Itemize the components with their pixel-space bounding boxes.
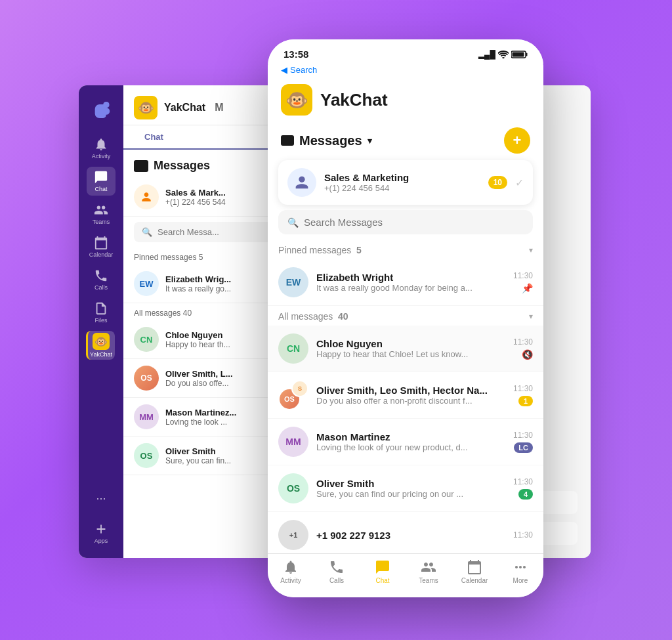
- mobile-nav-more-label: More: [513, 577, 528, 584]
- mobile-messages-bar: Messages ▾ +: [268, 123, 543, 160]
- msg-info-phone: +1 902 227 9123: [316, 530, 505, 541]
- wifi-icon: [498, 51, 509, 58]
- mobile-msg-list: Pinned messages 5 ▾ EW Elizabeth Wright …: [268, 240, 543, 553]
- mobile-nav-calls-label: Calls: [329, 577, 344, 584]
- sidebar-item-activity[interactable]: Activity: [87, 134, 116, 163]
- all-messages-section-header: All messages 40 ▾: [268, 306, 543, 326]
- msg-avatar-phone: +1: [278, 520, 308, 550]
- sidebar-item-yakchat[interactable]: 🐵 YakChat: [86, 331, 115, 360]
- mobile-nav-teams[interactable]: Teams: [406, 559, 452, 584]
- more-nav-icon: [513, 559, 528, 575]
- mobile-search-input[interactable]: [304, 217, 524, 228]
- msg-avatar-os2: OS: [278, 473, 308, 503]
- mobile-yak-logo: 🐵: [281, 84, 312, 116]
- all-messages-label: All messages 40: [278, 311, 348, 322]
- status-icons: ▂▄█: [478, 50, 528, 59]
- msg-item-os-group[interactable]: OS S Oliver Smith, Leo Smith, Hector Na.…: [268, 372, 543, 419]
- mobile-plus-button[interactable]: +: [504, 127, 530, 154]
- mobile-status-bar: 13:58 ▂▄█: [268, 39, 543, 64]
- sidebar-item-calls[interactable]: Calls: [87, 265, 116, 294]
- pinned-section-label: Pinned messages 5: [278, 245, 362, 255]
- sidebar-item-calendar[interactable]: Calendar: [87, 232, 116, 261]
- conv-phone: +(1) 224 456 544: [324, 183, 480, 193]
- msg-item-ew[interactable]: EW Elizabeth Wright It was a really good…: [268, 259, 543, 306]
- active-conversation[interactable]: Sales & Marketing +(1) 224 456 544 10 ✓: [278, 160, 533, 205]
- sidebar-item-teams[interactable]: Teams: [87, 200, 116, 228]
- teams-sidebar: Activity Chat Teams Calendar Calls Files…: [79, 85, 123, 558]
- msg-meta-os-group: 11:30 1: [513, 384, 533, 406]
- mute-icon-cn: 🔇: [522, 349, 533, 360]
- mobile-nav-chat-label: Chat: [375, 577, 389, 584]
- msg-preview-mm: Loving the look of your new product, d..…: [316, 442, 505, 452]
- all-messages-chevron[interactable]: ▾: [529, 312, 533, 321]
- msg-item-phone[interactable]: +1 +1 902 227 9123 11:30: [268, 512, 543, 553]
- msg-time-mm: 11:30: [513, 431, 533, 440]
- mobile-messages-chevron[interactable]: ▾: [368, 136, 372, 146]
- msg-name-phone: +1 902 227 9123: [316, 530, 505, 541]
- mobile-nav-activity-label: Activity: [280, 577, 301, 584]
- mobile-messages-title-group: Messages ▾: [281, 133, 372, 148]
- msg-info-os-group: Oliver Smith, Leo Smith, Hector Na... Do…: [316, 385, 505, 406]
- msg-preview-os-group: Do you also offer a non-profit discount …: [316, 396, 505, 406]
- contact-avatar-mm: MM: [134, 404, 159, 429]
- mobile-nav-chat[interactable]: Chat: [360, 559, 406, 584]
- msg-name-cn: Chloe Nguyen: [316, 338, 505, 349]
- conv-badge: 10: [488, 176, 507, 189]
- messages-icon: [134, 160, 148, 172]
- msg-item-cn[interactable]: CN Chloe Nguyen Happy to hear that Chloe…: [268, 326, 543, 372]
- sidebar-yakchat-label: YakChat: [90, 351, 112, 358]
- sidebar-apps-label: Apps: [94, 538, 108, 544]
- pinned-section-chevron[interactable]: ▾: [529, 245, 533, 255]
- mobile-app: 13:58 ▂▄█ ◀ Search 🐵 YakChat Messages ▾ …: [268, 39, 543, 597]
- msg-time-ew: 11:30: [513, 271, 533, 280]
- msg-meta-mm: 11:30 LC: [513, 431, 533, 453]
- msg-meta-cn: 11:30 🔇: [513, 337, 533, 360]
- mobile-nav-calendar[interactable]: Calendar: [452, 559, 497, 584]
- msg-preview-cn: Happy to hear that Chloe! Let us know...: [316, 349, 505, 359]
- contact-avatar-os2: OS: [134, 443, 159, 468]
- pinned-section-header: Pinned messages 5 ▾: [268, 240, 543, 259]
- conv-name: Sales & Marketing: [324, 172, 480, 183]
- msg-meta-os2: 11:30 4: [513, 477, 533, 500]
- sidebar-teams-logo[interactable]: [87, 96, 116, 125]
- msg-time-cn: 11:30: [513, 337, 533, 347]
- msg-time-os-group: 11:30: [513, 384, 533, 393]
- sidebar-more-button[interactable]: ···: [96, 492, 106, 505]
- msg-badge-os-group: 1: [518, 396, 533, 406]
- mobile-nav-more[interactable]: More: [497, 559, 543, 584]
- sidebar-item-files[interactable]: Files: [87, 298, 116, 327]
- sidebar-apps-button[interactable]: Apps: [87, 519, 116, 547]
- mobile-bottom-nav: Activity Calls Chat Teams Calendar: [268, 553, 543, 597]
- msg-preview-os2: Sure, you can find our pricing on our ..…: [316, 489, 505, 499]
- msg-time-phone: 11:30: [513, 530, 533, 540]
- msg-avatar-cn: CN: [278, 333, 308, 364]
- mobile-search-box[interactable]: 🔍: [278, 210, 533, 234]
- search-icon-teams: 🔍: [142, 227, 152, 237]
- conv-info: Sales & Marketing +(1) 224 456 544: [324, 172, 480, 193]
- msg-meta-ew: 11:30 📌: [513, 271, 533, 293]
- msg-item-mm[interactable]: MM Mason Martinez Loving the look of you…: [268, 419, 543, 465]
- msg-info-mm: Mason Martinez Loving the look of your n…: [316, 431, 505, 452]
- sidebar-item-chat[interactable]: Chat: [87, 167, 116, 196]
- teams-chat-tab-indicator: M: [215, 102, 223, 114]
- battery-icon: [511, 51, 528, 58]
- pin-icon-ew: 📌: [522, 283, 533, 293]
- sidebar-teams-label: Teams: [93, 219, 110, 225]
- msg-info-ew: Elizabeth Wright It was a really good Mo…: [316, 272, 505, 293]
- back-label[interactable]: Search: [290, 65, 317, 75]
- mobile-nav-calls[interactable]: Calls: [314, 559, 360, 584]
- back-arrow[interactable]: ◀: [281, 65, 287, 75]
- conv-check: ✓: [515, 177, 524, 189]
- conv-avatar: [287, 168, 316, 197]
- teams-chat-tab[interactable]: Chat: [134, 125, 174, 150]
- sidebar-calendar-label: Calendar: [89, 251, 114, 258]
- msg-info-os2: Oliver Smith Sure, you can find our pric…: [316, 478, 505, 499]
- msg-item-os2[interactable]: OS Oliver Smith Sure, you can find our p…: [268, 465, 543, 512]
- mobile-back-row: ◀ Search: [268, 64, 543, 79]
- teams-yak-logo: 🐵: [134, 96, 158, 119]
- mobile-nav-activity[interactable]: Activity: [268, 559, 314, 584]
- mobile-app-header: 🐵 YakChat: [268, 79, 543, 123]
- msg-name-ew: Elizabeth Wright: [316, 272, 505, 283]
- msg-name-mm: Mason Martinez: [316, 431, 505, 442]
- search-icon-mobile: 🔍: [287, 217, 299, 228]
